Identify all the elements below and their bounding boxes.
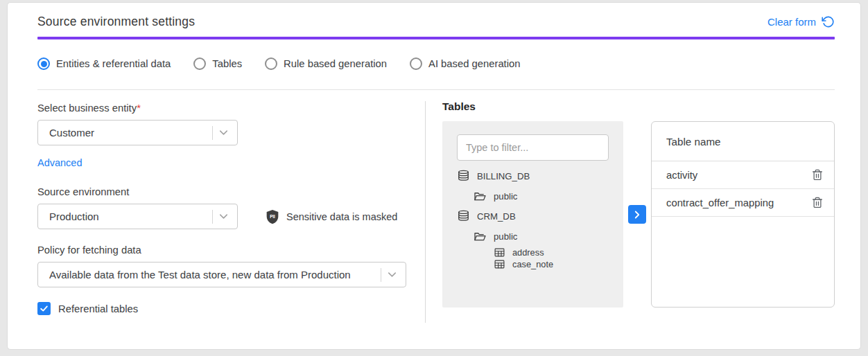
content-area: Select business entity* Customer Advance… [37,90,835,323]
tree-item-label: public [494,191,517,202]
selected-tables-header: Table name [652,122,834,161]
select-separator [212,210,213,224]
database-icon [457,170,470,183]
tables-heading: Tables [442,100,835,113]
table-icon [494,247,505,258]
tables-tree: BILLING_DBpublicCRM_DBpublicaddresscase_… [442,166,623,270]
accent-underline [37,37,835,39]
delete-table-button[interactable] [811,168,824,181]
trash-icon [811,168,824,181]
chevron-down-icon[interactable] [217,126,230,139]
referential-tables-label: Referential tables [58,303,138,314]
required-asterisk: * [137,103,141,114]
business-entity-value: Customer [49,127,207,139]
mode-radio-label: AI based generation [428,58,520,69]
referential-tables-row: Referential tables [37,302,425,315]
business-entity-label: Select business entity* [37,103,425,114]
radio-icon[interactable] [193,57,206,70]
selected-table-row: contract_offer_mapping [652,189,834,217]
clear-form-label: Clear form [767,16,816,28]
tree-item-label: address [512,247,544,258]
tables-tree-panel: BILLING_DBpublicCRM_DBpublicaddresscase_… [442,121,623,308]
source-environment-settings-card: Source environment settings Clear form E… [7,2,861,350]
page-title: Source environment settings [37,15,195,29]
radio-selected-icon[interactable] [37,57,50,70]
pii-shield-icon: PII [266,209,279,224]
business-entity-select[interactable]: Customer [37,120,238,145]
selected-table-name: contract_offer_mapping [666,197,811,208]
selected-tables-card: Table name activitycontract_offer_mappin… [651,121,835,308]
mode-radio-group: Entities & referential dataTablesRule ba… [37,57,835,70]
selected-tables-rows: activitycontract_offer_mapping [652,161,834,217]
select-separator [212,126,213,140]
tables-panels: BILLING_DBpublicCRM_DBpublicaddresscase_… [442,121,835,308]
database-icon [457,210,470,223]
pii-note: PII Sensitive data is masked [266,209,397,224]
delete-table-button[interactable] [811,196,824,209]
tree-item-label: CRM_DB [477,211,516,222]
chevron-down-icon[interactable] [217,210,230,223]
mode-radio-label: Entities & referential data [56,58,171,69]
mode-radio-rule-based-generation[interactable]: Rule based generation [265,57,387,70]
table-filter-input[interactable] [457,134,609,161]
selected-table-name: activity [666,170,811,181]
tables-section: Tables BILLING_DBpublicCRM_DBpublicaddre… [426,90,835,323]
select-separator [381,268,381,282]
table-icon [494,258,505,270]
tree-item-label: case_note [512,259,553,269]
tree-item-case_note[interactable]: case_note [442,258,623,270]
chevron-down-icon[interactable] [385,268,399,281]
mode-radio-label: Rule based generation [284,58,387,69]
mode-radio-label: Tables [212,58,242,69]
advanced-link[interactable]: Advanced [37,157,83,168]
pii-badge-text: PII [270,213,275,218]
source-environment-row: Production PII Sensitive data is masked [37,197,425,229]
mode-radio-ai-based-generation[interactable]: AI based generation [410,57,520,70]
left-form-column: Select business entity* Customer Advance… [37,90,425,323]
tree-item-label: public [494,231,517,242]
folder-open-icon [474,190,487,203]
clear-form-button[interactable]: Clear form [767,15,835,28]
tree-item-address[interactable]: address [442,247,623,258]
chevron-right-icon [631,208,643,221]
tree-item-label: BILLING_DB [477,171,530,181]
radio-icon[interactable] [265,57,277,70]
radio-icon[interactable] [410,57,422,70]
referential-tables-checkbox[interactable] [37,302,51,315]
policy-value: Available data from the Test data store,… [49,269,375,281]
selected-table-row: activity [652,161,834,189]
trash-icon [811,196,824,209]
move-right-button[interactable] [628,205,646,224]
folder-open-icon [474,230,487,243]
policy-select[interactable]: Available data from the Test data store,… [37,262,406,287]
tree-item-public[interactable]: public [442,226,623,247]
source-environment-label: Source environment [37,186,425,197]
check-icon [39,303,49,314]
policy-label: Policy for fetching data [37,244,425,256]
source-environment-select[interactable]: Production [37,204,238,229]
tree-item-billing_db[interactable]: BILLING_DB [442,166,623,186]
rotate-ccw-icon [822,15,835,28]
pii-note-text: Sensitive data is masked [286,211,397,222]
tree-item-crm_db[interactable]: CRM_DB [442,206,623,226]
mode-radio-entities-referential-data[interactable]: Entities & referential data [37,57,171,70]
tree-item-public[interactable]: public [442,186,623,206]
card-header: Source environment settings Clear form [37,3,835,29]
source-environment-value: Production [49,211,207,222]
mode-radio-tables[interactable]: Tables [193,57,242,70]
